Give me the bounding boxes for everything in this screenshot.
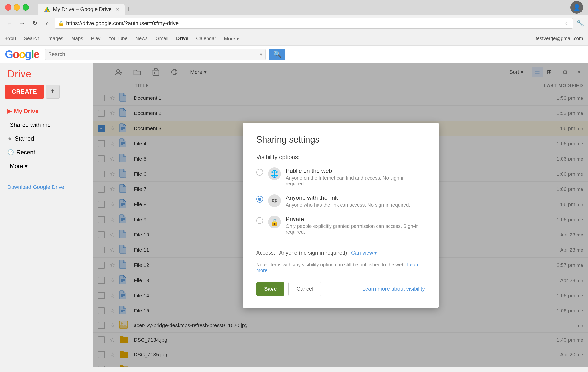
radio-public[interactable] <box>256 169 263 176</box>
wrench-icon[interactable]: 🔧 <box>577 20 584 27</box>
address-bar[interactable]: 🔒 https://drive.google.com/?authuser=0#m… <box>55 18 573 29</box>
gbar-maps[interactable]: Maps <box>71 36 83 41</box>
gbar-gmail[interactable]: Gmail <box>156 36 168 41</box>
dialog-divider <box>256 243 425 243</box>
learn-more-visibility-link[interactable]: Learn more about visibility <box>362 286 425 292</box>
maximize-button[interactable] <box>23 4 29 11</box>
close-button[interactable] <box>5 4 11 11</box>
public-desc: Anyone on the Internet can find and acce… <box>286 175 425 186</box>
gbar-calendar[interactable]: Calendar <box>196 36 216 41</box>
gbar-more[interactable]: More ▾ <box>224 36 239 42</box>
shared-label: Shared with me <box>10 122 51 128</box>
sidebar-nav: ▶ My Drive Shared with me ★ Starred 🕐 Re… <box>0 104 93 173</box>
sidebar-item-shared-with-me[interactable]: Shared with me <box>0 118 93 132</box>
link-title: Anyone with the link <box>286 194 425 201</box>
upload-icon: ⬆ <box>50 88 55 95</box>
download-drive-link[interactable]: Download Google Drive <box>0 179 93 195</box>
radio-link[interactable] <box>256 196 263 203</box>
note-text: Note: Items with any visibility option c… <box>256 262 425 273</box>
recent-label: Recent <box>16 149 35 156</box>
sidebar-divider <box>5 176 88 176</box>
search-input-wrapper: ▾ <box>45 49 266 60</box>
main-content: More ▾ Sort ▾ ☰ ⊞ ⚙ ▾ TITLE LAST MODIFIE… <box>93 63 588 367</box>
search-icon: 🔍 <box>273 50 281 58</box>
user-email: testverge@gmail.com <box>536 36 583 41</box>
dialog-actions: Save Cancel Learn more about visibility <box>256 282 425 296</box>
dialog-title: Sharing settings <box>256 135 425 145</box>
sidebar-item-more[interactable]: More ▾ <box>0 159 93 173</box>
can-view-label: Can view <box>351 250 373 256</box>
forward-button[interactable]: → <box>17 18 27 29</box>
private-desc: Only people explicitly granted permissio… <box>286 223 425 235</box>
my-drive-label: My Drive <box>14 108 38 115</box>
cancel-button[interactable]: Cancel <box>288 282 321 296</box>
access-value: Anyone (no sign-in required) <box>279 250 347 256</box>
svg-point-77 <box>271 197 278 204</box>
gbar-news[interactable]: News <box>135 36 148 41</box>
sharing-settings-dialog: Sharing settings Visibility options: 🌐 P… <box>243 123 439 308</box>
gbar-drive[interactable]: Drive <box>176 36 188 41</box>
starred-label: Starred <box>15 135 34 142</box>
visibility-option-public: 🌐 Public on the web Anyone on the Intern… <box>256 167 425 186</box>
nav-bar: ← → ↻ ⌂ 🔒 https://drive.google.com/?auth… <box>0 15 588 32</box>
gbar-search[interactable]: Search <box>24 36 39 41</box>
sidebar-drive-title: Drive <box>0 68 93 85</box>
gbar-images[interactable]: Images <box>47 36 63 41</box>
my-drive-icon: ▶ <box>7 108 12 114</box>
gbar-play[interactable]: Play <box>91 36 100 41</box>
radio-private[interactable] <box>256 217 263 224</box>
tab-close-button[interactable]: × <box>116 7 119 12</box>
create-bar: CREATE ⬆ <box>0 85 93 104</box>
gbar-plus-you[interactable]: +You <box>5 36 16 41</box>
address-text: https://drive.google.com/?authuser=0#my-… <box>66 20 562 26</box>
svg-point-78 <box>272 199 274 201</box>
recent-icon: 🕐 <box>7 149 14 156</box>
new-tab-button[interactable]: + <box>127 5 139 15</box>
more-label: More ▾ <box>10 163 28 170</box>
link-desc: Anyone who has the link can access. No s… <box>286 202 425 208</box>
browser-tab[interactable]: My Drive – Google Drive × <box>38 4 125 15</box>
save-button[interactable]: Save <box>256 282 284 296</box>
upload-button[interactable]: ⬆ <box>46 85 60 99</box>
gbar-youtube[interactable]: YouTube <box>108 36 128 41</box>
can-view-dropdown[interactable]: Can view ▾ <box>351 250 377 256</box>
drive-favicon <box>44 6 50 13</box>
google-bar: +You Search Images Maps Play YouTube New… <box>0 32 588 46</box>
radio-dot <box>258 198 261 201</box>
visibility-option-private: 🔒 Private Only people explicitly granted… <box>256 216 425 235</box>
private-title: Private <box>286 216 425 223</box>
search-bar: Google ▾ 🔍 <box>0 46 588 63</box>
search-dropdown-icon[interactable]: ▾ <box>260 51 262 57</box>
url-display: https://drive.google.com/?authuser=0#my-… <box>66 20 179 26</box>
public-title: Public on the web <box>286 167 425 174</box>
access-label: Access: <box>256 250 275 256</box>
traffic-lights <box>5 4 29 11</box>
sharing-settings-overlay: Sharing settings Visibility options: 🌐 P… <box>93 63 588 367</box>
profile-icon[interactable]: 👤 <box>570 1 583 14</box>
visibility-option-link: Anyone with the link Anyone who has the … <box>256 194 425 208</box>
link-svg <box>270 197 278 205</box>
sidebar-item-starred[interactable]: ★ Starred <box>0 132 93 146</box>
reload-button[interactable]: ↻ <box>29 18 40 29</box>
svg-point-80 <box>275 199 277 201</box>
access-row: Access: Anyone (no sign-in required) Can… <box>256 250 425 256</box>
back-button[interactable]: ← <box>4 18 15 29</box>
search-button[interactable]: 🔍 <box>270 49 285 60</box>
public-text: Public on the web Anyone on the Internet… <box>286 167 425 186</box>
svg-point-79 <box>272 201 274 202</box>
search-input[interactable] <box>48 51 260 58</box>
private-text: Private Only people explicitly granted p… <box>286 216 425 235</box>
svg-point-81 <box>275 201 277 202</box>
bookmark-star-icon[interactable]: ☆ <box>564 20 570 27</box>
lock-icon: 🔒 <box>58 20 64 26</box>
sidebar-item-recent[interactable]: 🕐 Recent <box>0 146 93 159</box>
create-button[interactable]: CREATE <box>5 85 44 99</box>
public-icon: 🌐 <box>268 167 281 180</box>
sidebar-item-my-drive[interactable]: ▶ My Drive <box>0 104 93 118</box>
title-bar: My Drive – Google Drive × + 👤 <box>0 0 588 15</box>
home-button[interactable]: ⌂ <box>42 18 53 29</box>
private-icon: 🔒 <box>268 216 281 228</box>
star-nav-icon: ★ <box>7 136 12 142</box>
minimize-button[interactable] <box>14 4 20 11</box>
google-logo: Google <box>5 48 39 61</box>
